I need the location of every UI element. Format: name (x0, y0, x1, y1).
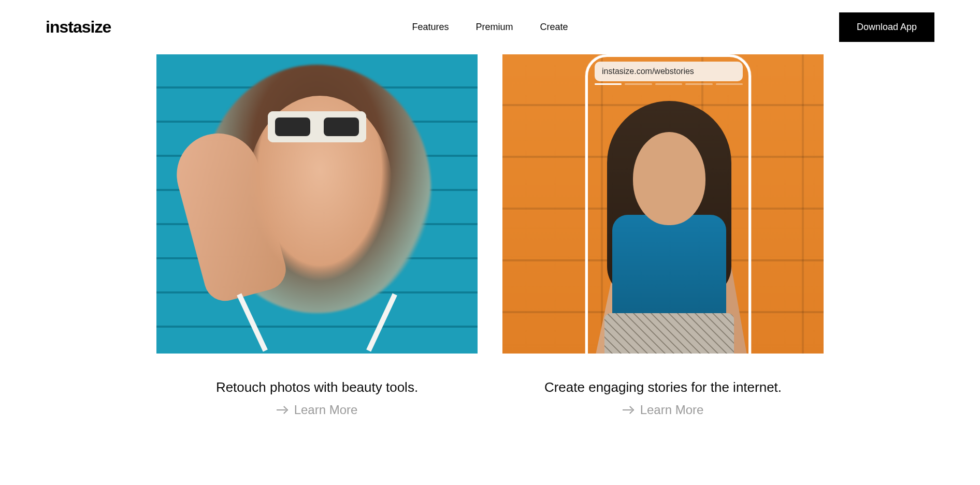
story-progress-segment (625, 83, 652, 85)
illustration-sunglasses (268, 111, 366, 142)
arrow-right-icon (277, 404, 288, 416)
site-header: instasize Features Premium Create Downlo… (0, 0, 980, 54)
card-stories-link[interactable]: Learn More (623, 403, 704, 417)
primary-nav: Features Premium Create (412, 22, 568, 33)
card-retouch-link[interactable]: Learn More (277, 403, 358, 417)
retouch-image (156, 54, 478, 354)
story-progress-bars (595, 83, 743, 85)
feature-cards: Retouch photos with beauty tools. Learn … (0, 54, 980, 417)
nav-create[interactable]: Create (540, 22, 568, 33)
nav-premium[interactable]: Premium (476, 22, 513, 33)
phone-frame-overlay (585, 54, 751, 354)
card-retouch: Retouch photos with beauty tools. Learn … (156, 54, 478, 417)
download-app-button[interactable]: Download App (839, 12, 934, 42)
nav-features[interactable]: Features (412, 22, 449, 33)
learn-more-label: Learn More (294, 403, 358, 417)
stories-image: instasize.com/webstories (502, 54, 824, 354)
illustration-straps (219, 302, 415, 354)
story-progress-segment (685, 83, 712, 85)
logo[interactable]: instasize (46, 18, 111, 37)
learn-more-label: Learn More (640, 403, 704, 417)
card-retouch-title: Retouch photos with beauty tools. (216, 379, 418, 395)
card-stories-title: Create engaging stories for the internet… (544, 379, 782, 395)
story-progress-segment (716, 83, 743, 85)
arrow-right-icon (623, 404, 634, 416)
card-stories: instasize.com/webstories Create engaging… (502, 54, 824, 417)
story-progress-segment (655, 83, 682, 85)
story-progress-segment (595, 83, 622, 85)
url-pill: instasize.com/webstories (595, 62, 743, 81)
